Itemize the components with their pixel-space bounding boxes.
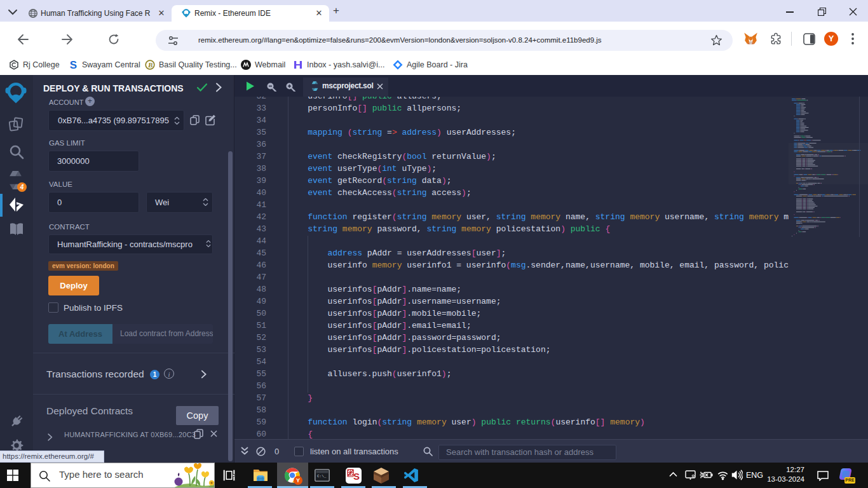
svg-text:C:\_: C:\_: [317, 474, 327, 478]
svg-text:S: S: [70, 60, 77, 70]
svg-text:S: S: [353, 471, 360, 482]
svg-text:B: B: [147, 61, 153, 69]
